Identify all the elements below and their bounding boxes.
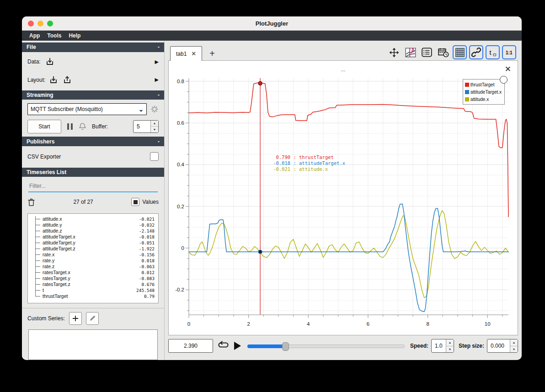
tree-line (35, 216, 36, 297)
chart-area[interactable]: -0.200.20.40.60.80246810 (169, 73, 518, 335)
timeseries-row[interactable]: t245.548 (31, 287, 155, 293)
plot-svg[interactable]: -0.200.20.40.60.80246810 (169, 73, 518, 335)
svg-text:0: 0 (182, 245, 184, 251)
step-size-spinbox[interactable]: 0.000 ▲▼ (487, 339, 518, 353)
t0-icon[interactable]: tO (486, 45, 500, 59)
streaming-settings-gear-icon[interactable] (150, 105, 159, 113)
pause-icon[interactable] (67, 123, 73, 130)
timeseries-section-header[interactable]: Timeseries List (22, 168, 164, 177)
timeseries-row[interactable]: attitudeTarget.x-0.018 (31, 234, 155, 240)
file-section-header[interactable]: File - (22, 42, 164, 52)
menu-item-tools[interactable]: Tools (43, 31, 65, 41)
link-icon[interactable] (469, 45, 483, 59)
ratio-icon[interactable]: 1:1 (502, 45, 516, 59)
values-checkbox[interactable] (131, 198, 139, 206)
layout-expand-arrow[interactable]: ▶ (155, 77, 159, 83)
trash-icon[interactable] (27, 198, 35, 207)
buffer-spinbox[interactable]: 5 ▲▼ (133, 120, 159, 133)
plot-panel[interactable]: ... ✕ -0.200.20.40.60.80246810 thrustTar… (168, 60, 518, 335)
timeseries-row[interactable]: attitudeTarget.y-0.051 (31, 240, 155, 246)
current-time-display[interactable]: 2.390 (168, 339, 213, 353)
timeseries-row[interactable]: ratesTarget.x0.012 (31, 270, 155, 275)
menu-item-app[interactable]: App (26, 31, 43, 41)
collapse-icon[interactable]: - (158, 92, 160, 98)
play-icon[interactable] (233, 341, 242, 351)
streaming-source-select[interactable]: MQTT Subscriber (Mosquitto) ⌄ (27, 103, 147, 115)
plot-title: ... (169, 66, 518, 73)
timeseries-row[interactable]: attitude.x-0.021 (31, 216, 155, 222)
svg-text:1:1: 1:1 (506, 50, 513, 55)
legend-swatch (465, 90, 469, 94)
list-icon[interactable] (420, 45, 434, 59)
chevron-down-icon: ⌄ (139, 106, 144, 113)
svg-text:6: 6 (367, 321, 369, 327)
slider-handle[interactable] (282, 342, 289, 351)
legend-item-attitude.x[interactable]: attitude.x (465, 95, 502, 103)
add-custom-series-button[interactable] (69, 312, 82, 325)
layout-save-icon[interactable] (63, 75, 72, 85)
svg-text:0: 0 (187, 321, 190, 327)
timeseries-row[interactable]: attitude.z-2.148 (31, 228, 155, 234)
timeseries-row[interactable]: attitudeTarget.z-1.922 (31, 246, 155, 252)
spin-down-icon[interactable]: ▼ (510, 346, 518, 353)
step-size-label: Step size: (459, 343, 484, 349)
svg-text:4: 4 (307, 321, 310, 327)
spin-up-icon[interactable]: ▲ (446, 339, 454, 346)
spin-down-icon[interactable]: ▼ (446, 346, 454, 353)
speed-spinbox[interactable]: 1.0 ▲▼ (431, 339, 454, 353)
timeseries-row[interactable]: rate.x-0.156 (31, 252, 155, 258)
loop-icon[interactable] (218, 341, 229, 351)
csv-exporter-checkbox[interactable] (150, 152, 159, 161)
data-load-icon[interactable] (45, 57, 54, 66)
grid-icon[interactable] (453, 45, 467, 59)
legend-swatch (465, 97, 469, 101)
publishers-section-header[interactable]: Publishers - (22, 137, 164, 146)
plot-toolbar: AtO1:1 (387, 45, 516, 59)
layout-load-icon[interactable] (49, 75, 58, 85)
svg-text:8: 8 (426, 321, 429, 327)
sidebar: File - Data: ▶ Layout: ▶ (22, 41, 165, 360)
timeseries-count: 27 of 27 (73, 199, 93, 205)
tab-tab1[interactable]: tab1 ✕ (170, 46, 202, 61)
playback-bar: 2.390 Speed: 1.0 ▲▼ Step size: 0.000 (168, 339, 518, 353)
streaming-section-header[interactable]: Streaming - (22, 90, 164, 100)
menu-item-help[interactable]: Help (65, 31, 84, 41)
start-button[interactable]: Start (27, 120, 61, 133)
timeseries-list: attitude.x-0.021attitude.y-0.032attitude… (27, 213, 159, 304)
plot-close-icon[interactable]: ✕ (505, 65, 511, 73)
timeline-slider[interactable] (247, 341, 405, 350)
speed-label: Speed: (410, 343, 428, 349)
timeseries-row[interactable]: rate.y0.018 (31, 258, 155, 264)
timeseries-row[interactable]: ratesTarget.z0.676 (31, 281, 155, 287)
timeseries-row[interactable]: rate.z-0.063 (31, 264, 155, 270)
spin-up-icon[interactable]: ▲ (510, 339, 518, 346)
notifications-bell-icon[interactable] (79, 122, 86, 131)
collapse-icon[interactable]: - (158, 44, 160, 50)
title-bar: PlotJuggler (22, 16, 522, 31)
tab-bar: tab1 ✕ + AtO1:1 (168, 46, 518, 61)
axis-font-icon[interactable]: A (403, 45, 417, 59)
svg-text:0.8: 0.8 (177, 79, 184, 84)
spin-up-icon[interactable]: ▲ (151, 121, 158, 127)
spin-down-icon[interactable]: ▼ (151, 127, 158, 132)
svg-text:-0.2: -0.2 (175, 287, 184, 292)
timeseries-row[interactable]: attitude.y-0.032 (31, 222, 155, 228)
timeseries-row[interactable]: ratesTarget.y-0.083 (31, 275, 155, 281)
values-label: Values (142, 199, 159, 205)
data-expand-arrow[interactable]: ▶ (155, 59, 159, 65)
edit-custom-series-button[interactable] (86, 312, 99, 325)
custom-series-list (28, 329, 158, 360)
collapse-icon[interactable]: - (158, 138, 160, 145)
plot-legend: thrustTargetattitudeTarget.xattitude.x (463, 79, 505, 105)
legend-handle-circle[interactable] (500, 76, 508, 84)
main-area: tab1 ✕ + AtO1:1 ... ✕ -0.200.20.40.60.80… (165, 41, 522, 360)
move-icon[interactable] (387, 45, 401, 59)
filter-input[interactable] (28, 182, 160, 190)
tab-close-icon[interactable]: ✕ (191, 50, 196, 57)
add-tab-button[interactable]: + (209, 48, 215, 59)
buffer-label: Buffer: (92, 123, 108, 130)
legend-item-thrustTarget[interactable]: thrustTarget (465, 81, 502, 88)
timeseries-row[interactable]: thrustTarget0.79 (31, 293, 155, 299)
legend-item-attitudeTarget.x[interactable]: attitudeTarget.x (465, 88, 502, 95)
datetime-icon[interactable] (436, 45, 450, 59)
